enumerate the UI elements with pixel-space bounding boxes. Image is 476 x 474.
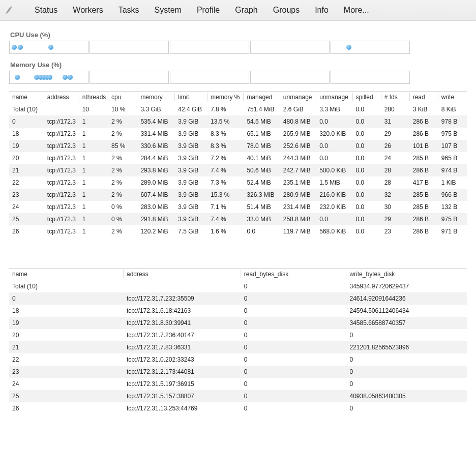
column-header[interactable]: limit — [175, 91, 207, 103]
table-cell: 974 B — [438, 164, 467, 176]
table-cell: 0 — [346, 378, 467, 390]
table-cell: 31 — [381, 115, 410, 128]
table-row[interactable]: 25tcp://172.310 %291.8 MiB3.9 GiB7.4 %33… — [9, 213, 467, 225]
table-cell: 0.0 — [316, 213, 352, 225]
table-cell: tcp://172.3 — [44, 152, 79, 164]
table-cell: 286 B — [410, 128, 438, 140]
table-cell: 3.9 GiB — [175, 189, 207, 201]
column-header[interactable]: read — [410, 91, 438, 103]
table-cell: 7.8 % — [207, 103, 244, 115]
table-row[interactable]: 22tcp://172.31.0.202:3324300 — [9, 353, 467, 366]
table-row[interactable]: 0tcp://172.312 %535.4 MiB3.9 GiB13.5 %54… — [9, 115, 467, 128]
nav-system[interactable]: System — [155, 6, 182, 15]
table-row[interactable]: 18tcp://172.31.6.18:42163024594.50611240… — [9, 305, 467, 317]
table-row[interactable]: 21tcp://172.312 %293.8 MiB3.9 GiB7.4 %50… — [9, 164, 467, 176]
table-cell: 10 % — [108, 103, 137, 115]
table-cell: 8.3 % — [207, 140, 244, 152]
nav-more[interactable]: More... — [344, 6, 369, 15]
table-cell: 978 B — [438, 115, 467, 128]
column-header[interactable]: read_bytes_disk — [241, 268, 347, 280]
column-header[interactable]: write_bytes_disk — [346, 268, 467, 280]
table-cell: 280 — [381, 103, 410, 115]
column-header[interactable]: address — [124, 268, 241, 280]
table-cell: 3.9 GiB — [175, 152, 207, 164]
table-cell: 286 B — [410, 213, 438, 225]
table-cell: 23 — [9, 189, 44, 201]
table-cell: 3.9 GiB — [175, 213, 207, 225]
table-row[interactable]: 18tcp://172.312 %331.4 MiB3.9 GiB8.3 %65… — [9, 128, 467, 140]
table-row[interactable]: 21tcp://172.31.7.83:363310221201.8256552… — [9, 341, 467, 353]
table-cell: 8 KiB — [438, 103, 467, 115]
column-header[interactable]: unmanage — [280, 91, 316, 103]
column-header[interactable]: name — [9, 91, 44, 103]
table-row[interactable]: Total (10)0345934.97720629437 — [9, 280, 467, 292]
table-row[interactable]: 26tcp://172.312 %120.2 MiB7.5 GiB1.6 %0.… — [9, 225, 467, 238]
nav-workers[interactable]: Workers — [73, 6, 103, 15]
table-cell: 289.0 MiB — [137, 176, 175, 189]
column-header[interactable]: nthreads — [79, 91, 108, 103]
table-cell: 286 B — [410, 225, 438, 238]
table-cell: 2 % — [108, 152, 137, 164]
table-cell: 0.0 — [353, 128, 381, 140]
chart-cell — [170, 41, 249, 54]
table-cell: 235.1 MiB — [280, 176, 316, 189]
table-row[interactable]: 19tcp://172.31.8.30:39941034585.66588740… — [9, 317, 467, 329]
column-header[interactable]: write — [438, 91, 467, 103]
table-row[interactable]: 22tcp://172.312 %289.0 MiB3.9 GiB7.3 %52… — [9, 176, 467, 189]
column-header[interactable]: # fds — [381, 91, 410, 103]
column-header[interactable]: memory % — [207, 91, 244, 103]
chart-cell — [170, 71, 249, 84]
table-cell: 1 — [79, 189, 108, 201]
table-row[interactable]: 20tcp://172.312 %284.4 MiB3.9 GiB7.2 %40… — [9, 152, 467, 164]
nav-groups[interactable]: Groups — [273, 6, 300, 15]
table-cell: 10 — [79, 103, 108, 115]
table-cell: tcp://172.3 — [44, 128, 79, 140]
nav-profile[interactable]: Profile — [197, 6, 220, 15]
table-cell: 751.4 MiB — [244, 103, 280, 115]
column-header[interactable]: managed — [244, 91, 280, 103]
table-row[interactable]: Total (10)1010 %3.3 GiB42.4 GiB7.8 %751.… — [9, 103, 467, 115]
table-cell: 0.0 — [353, 176, 381, 189]
table-cell: 0.0 — [353, 140, 381, 152]
nav-graph[interactable]: Graph — [235, 6, 257, 15]
nav-tasks[interactable]: Tasks — [118, 6, 139, 15]
column-header[interactable]: address — [44, 91, 79, 103]
table-row[interactable]: 20tcp://172.31.7.236:4014700 — [9, 329, 467, 341]
table-row[interactable]: 23tcp://172.31.2.173:4408100 — [9, 366, 467, 378]
table-cell: 40.1 MiB — [244, 152, 280, 164]
table-cell: 3 KiB — [410, 103, 438, 115]
column-header[interactable]: unmanage — [316, 91, 352, 103]
nav-status[interactable]: Status — [35, 6, 57, 15]
column-header[interactable]: cpu — [108, 91, 137, 103]
table-cell: tcp://172.3 — [44, 140, 79, 152]
column-header[interactable]: memory — [137, 91, 175, 103]
table-row[interactable]: 24tcp://172.310 %283.0 MiB3.9 GiB7.1 %51… — [9, 201, 467, 213]
table-cell: 0 — [241, 402, 347, 414]
nav-info[interactable]: Info — [315, 6, 329, 15]
table-row[interactable]: 25tcp://172.31.5.157:38807040938.0586348… — [9, 390, 467, 402]
table-cell: 0 — [9, 115, 44, 128]
table-cell: 0.0 — [316, 115, 352, 128]
table-cell: 2 % — [108, 164, 137, 176]
table-cell: 285 B — [410, 152, 438, 164]
table-cell: 19 — [9, 317, 124, 329]
table-row[interactable]: 24tcp://172.31.5.197:3691500 — [9, 378, 467, 390]
table-cell: 285 B — [410, 189, 438, 201]
chart-dot-icon — [63, 75, 68, 80]
table-cell: 291.8 MiB — [137, 213, 175, 225]
table-cell: 101 B — [410, 140, 438, 152]
column-header[interactable]: spilled — [353, 91, 381, 103]
table-row[interactable]: 26tcp://172.31.13.253:4476900 — [9, 402, 467, 414]
table-row[interactable]: 23tcp://172.312 %607.4 MiB3.9 GiB15.3 %3… — [9, 189, 467, 201]
table-cell: 0 — [241, 317, 347, 329]
table-cell: 1 — [79, 140, 108, 152]
column-header[interactable]: name — [9, 268, 124, 280]
table-row[interactable]: 0tcp://172.31.7.232:35509024614.92091644… — [9, 292, 467, 305]
table-cell: 3.9 GiB — [175, 201, 207, 213]
chart-cell — [90, 41, 169, 54]
table-cell: 23 — [9, 366, 124, 378]
table-cell: tcp://172.31.7.232:35509 — [124, 292, 241, 305]
table-row[interactable]: 19tcp://172.3185 %330.6 MiB3.9 GiB8.3 %7… — [9, 140, 467, 152]
table-cell: 30 — [381, 201, 410, 213]
table-cell: 0 — [241, 378, 347, 390]
